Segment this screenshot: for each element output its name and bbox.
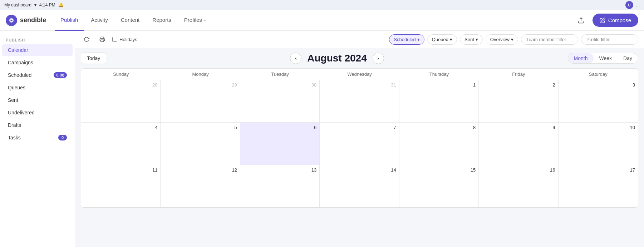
tab-activity[interactable]: Activity xyxy=(85,10,114,31)
tab-content[interactable]: Content xyxy=(115,10,146,31)
chevron-down-icon: ▾ xyxy=(476,37,478,42)
view-week-button[interactable]: Week xyxy=(594,53,618,63)
next-month-button[interactable]: › xyxy=(373,53,384,64)
avatar[interactable]: U xyxy=(625,1,633,9)
calendar-cell[interactable]: 9 xyxy=(479,123,558,165)
calendar-cell[interactable]: 7 xyxy=(320,123,399,165)
day-number: 7 xyxy=(323,125,396,130)
calendar-week: 11 12 13 14 15 16 17 xyxy=(81,165,638,207)
day-number: 10 xyxy=(561,125,635,130)
logo-icon xyxy=(6,15,17,26)
team-member-filter[interactable] xyxy=(521,34,578,45)
tab-profiles[interactable]: Profiles + xyxy=(178,10,212,31)
day-number: 31 xyxy=(323,82,396,88)
sidebar-item-sent[interactable]: Sent xyxy=(2,94,73,106)
upload-button[interactable] xyxy=(574,13,588,28)
toolbar: Holidays Scheduled ▾ Queued ▾ Sent ▾ Ove… xyxy=(75,31,644,48)
system-time: 4:14 PM xyxy=(39,3,55,8)
day-number: 13 xyxy=(243,167,316,173)
prev-month-button[interactable]: ‹ xyxy=(290,53,301,64)
day-number: 3 xyxy=(561,82,635,88)
sidebar-item-campaigns[interactable]: Campaigns xyxy=(2,56,73,69)
compose-label: Compose xyxy=(608,17,631,23)
nav-tabs: Publish Activity Content Reports Profile… xyxy=(55,10,574,31)
view-month-button[interactable]: Month xyxy=(568,53,594,63)
sidebar-item-label: Queues xyxy=(8,85,67,90)
day-number: 1 xyxy=(402,82,476,88)
day-header-saturday: Saturday xyxy=(559,69,638,80)
tab-reports[interactable]: Reports xyxy=(147,10,177,31)
sidebar-item-tasks[interactable]: Tasks 0 xyxy=(2,132,73,144)
toolbar-filters: Scheduled ▾ Queued ▾ Sent ▾ Overview ▾ xyxy=(389,34,638,45)
month-nav: ‹ August 2024 › xyxy=(290,53,384,64)
view-day-button[interactable]: Day xyxy=(618,53,638,63)
day-header-friday: Friday xyxy=(479,69,558,80)
calendar-cell[interactable]: 28 xyxy=(81,80,161,122)
dashboard-label[interactable]: My dashboard xyxy=(4,3,31,8)
print-button[interactable] xyxy=(97,34,108,45)
app-layout: PUBLISH Calendar Campaigns Scheduled 0 (… xyxy=(0,31,644,247)
calendar-week: 4 5 6 7 8 9 10 xyxy=(81,123,638,165)
calendar-cell-today[interactable]: 6 xyxy=(240,123,320,165)
profile-filter[interactable] xyxy=(581,34,638,45)
view-toggle: Month Week Day xyxy=(568,53,638,64)
day-number: 12 xyxy=(163,167,237,173)
filter-overview[interactable]: Overview ▾ xyxy=(486,34,518,45)
calendar-cell[interactable]: 31 xyxy=(320,80,399,122)
day-number: 29 xyxy=(163,82,237,88)
main-nav: sendible Publish Activity Content Report… xyxy=(0,10,644,31)
day-headers: Sunday Monday Tuesday Wednesday Thursday… xyxy=(81,69,638,80)
upload-icon xyxy=(577,17,585,24)
calendar-cell[interactable]: 2 xyxy=(479,80,558,122)
sidebar-item-queues[interactable]: Queues xyxy=(2,81,73,94)
chevron-down-icon: ▾ xyxy=(511,37,513,42)
sidebar-item-label: Scheduled xyxy=(8,72,54,78)
tab-publish[interactable]: Publish xyxy=(55,10,84,31)
today-button[interactable]: Today xyxy=(81,53,106,64)
sidebar-item-calendar[interactable]: Calendar xyxy=(2,44,73,56)
day-header-sunday: Sunday xyxy=(81,69,161,80)
print-icon xyxy=(99,36,105,42)
calendar-cell[interactable]: 30 xyxy=(240,80,320,122)
calendar-cell[interactable]: 4 xyxy=(81,123,161,165)
calendar-cell[interactable]: 15 xyxy=(399,165,479,207)
sidebar-item-undelivered[interactable]: Undelivered xyxy=(2,107,73,119)
calendar-weeks: 28 29 30 31 1 2 3 4 5 6 7 8 xyxy=(81,80,638,207)
calendar-cell[interactable]: 14 xyxy=(320,165,399,207)
calendar-cell[interactable]: 8 xyxy=(399,123,479,165)
scheduled-badge: 0 (0) xyxy=(54,72,67,78)
compose-button[interactable]: Compose xyxy=(593,14,638,27)
calendar-cell[interactable]: 11 xyxy=(81,165,161,207)
calendar-cell[interactable]: 16 xyxy=(479,165,558,207)
refresh-icon xyxy=(84,36,89,42)
calendar-cell[interactable]: 5 xyxy=(161,123,240,165)
refresh-button[interactable] xyxy=(81,34,92,45)
calendar-cell[interactable]: 13 xyxy=(240,165,320,207)
month-title: August 2024 xyxy=(307,53,367,64)
sidebar-item-scheduled[interactable]: Scheduled 0 (0) xyxy=(2,69,73,81)
dropdown-icon[interactable]: ▾ xyxy=(34,3,36,8)
calendar-cell[interactable]: 17 xyxy=(559,165,638,207)
sidebar-item-label: Undelivered xyxy=(8,110,67,115)
holidays-checkbox-label[interactable]: Holidays xyxy=(112,37,137,42)
calendar-cell[interactable]: 1 xyxy=(399,80,479,122)
holidays-checkbox[interactable] xyxy=(112,37,117,42)
day-number: 30 xyxy=(243,82,316,88)
day-number: 28 xyxy=(84,82,157,88)
calendar-grid: Sunday Monday Tuesday Wednesday Thursday… xyxy=(81,68,638,208)
day-number: 6 xyxy=(243,125,316,130)
day-number: 16 xyxy=(482,167,555,173)
calendar-cell[interactable]: 29 xyxy=(161,80,240,122)
sidebar-item-drafts[interactable]: Drafts xyxy=(2,119,73,131)
holidays-label: Holidays xyxy=(119,37,137,42)
day-header-wednesday: Wednesday xyxy=(320,69,399,80)
filter-scheduled[interactable]: Scheduled ▾ xyxy=(389,34,424,45)
filter-queued[interactable]: Queued ▾ xyxy=(427,34,457,45)
sendible-logo-svg xyxy=(8,17,15,24)
filter-sent[interactable]: Sent ▾ xyxy=(460,34,483,45)
calendar-cell[interactable]: 10 xyxy=(559,123,638,165)
calendar-cell[interactable]: 12 xyxy=(161,165,240,207)
sidebar-item-label: Campaigns xyxy=(8,60,67,65)
bell-icon[interactable]: 🔔 xyxy=(58,3,64,8)
calendar-cell[interactable]: 3 xyxy=(559,80,638,122)
